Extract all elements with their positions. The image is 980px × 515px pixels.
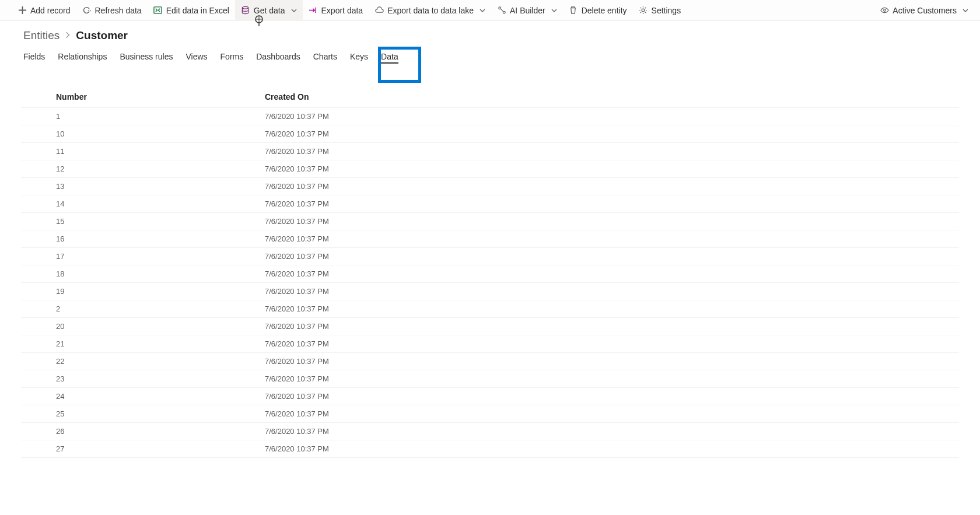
export-data-button[interactable]: Export data (303, 0, 369, 21)
cell-created-on: 7/6/2020 10:37 PM (260, 108, 959, 125)
table-row[interactable]: 237/6/2020 10:37 PM (21, 370, 959, 388)
edit-in-excel-button[interactable]: Edit data in Excel (148, 0, 235, 21)
cell-created-on: 7/6/2020 10:37 PM (260, 440, 959, 458)
column-header-created-on[interactable]: Created On (260, 86, 959, 108)
table-row[interactable]: 217/6/2020 10:37 PM (21, 335, 959, 353)
ai-builder-icon (497, 6, 506, 15)
table-row[interactable]: 187/6/2020 10:37 PM (21, 265, 959, 283)
table-row[interactable]: 257/6/2020 10:37 PM (21, 405, 959, 423)
cell-created-on: 7/6/2020 10:37 PM (260, 405, 959, 423)
table-row[interactable]: 177/6/2020 10:37 PM (21, 248, 959, 265)
eye-icon (880, 6, 889, 15)
get-data-label: Get data (254, 6, 285, 15)
cell-number: 1 (21, 108, 260, 125)
cell-number: 13 (21, 178, 260, 195)
table-row[interactable]: 137/6/2020 10:37 PM (21, 178, 959, 195)
svg-point-4 (642, 9, 645, 12)
table-row[interactable]: 277/6/2020 10:37 PM (21, 440, 959, 458)
cell-created-on: 7/6/2020 10:37 PM (260, 265, 959, 283)
ai-builder-button[interactable]: AI Builder (491, 0, 563, 21)
tab-fields[interactable]: Fields (23, 48, 45, 67)
cell-number: 27 (21, 440, 260, 458)
cell-created-on: 7/6/2020 10:37 PM (260, 213, 959, 230)
active-customers-label: Active Customers (892, 6, 957, 15)
cell-created-on: 7/6/2020 10:37 PM (260, 335, 959, 353)
cell-number: 12 (21, 160, 260, 178)
table-row[interactable]: 147/6/2020 10:37 PM (21, 195, 959, 213)
cell-created-on: 7/6/2020 10:37 PM (260, 230, 959, 248)
command-bar: Add record Refresh data Edit data in Exc… (0, 0, 980, 21)
cell-number: 10 (21, 125, 260, 143)
refresh-icon (82, 6, 91, 15)
settings-button[interactable]: Settings (633, 0, 687, 21)
excel-icon (153, 6, 163, 15)
svg-point-3 (503, 11, 505, 13)
cell-created-on: 7/6/2020 10:37 PM (260, 178, 959, 195)
cell-number: 22 (21, 353, 260, 370)
cell-number: 11 (21, 143, 260, 160)
breadcrumb-current: Customer (76, 29, 128, 42)
cell-number: 19 (21, 283, 260, 300)
table-row[interactable]: 167/6/2020 10:37 PM (21, 230, 959, 248)
table-row[interactable]: 107/6/2020 10:37 PM (21, 125, 959, 143)
trash-icon (569, 6, 578, 15)
refresh-data-label: Refresh data (94, 6, 141, 15)
add-record-label: Add record (30, 6, 70, 15)
cell-number: 20 (21, 318, 260, 335)
refresh-data-button[interactable]: Refresh data (76, 0, 147, 21)
delete-entity-button[interactable]: Delete entity (563, 0, 633, 21)
data-grid-scroll[interactable]: Number Created On 17/6/2020 10:37 PM107/… (21, 86, 959, 503)
table-row[interactable]: 17/6/2020 10:37 PM (21, 108, 959, 125)
table-row[interactable]: 247/6/2020 10:37 PM (21, 388, 959, 405)
tab-dashboards[interactable]: Dashboards (256, 48, 300, 67)
cell-created-on: 7/6/2020 10:37 PM (260, 125, 959, 143)
cell-number: 17 (21, 248, 260, 265)
cell-number: 25 (21, 405, 260, 423)
tab-keys[interactable]: Keys (350, 48, 368, 67)
export-icon (309, 6, 318, 15)
table-row[interactable]: 207/6/2020 10:37 PM (21, 318, 959, 335)
cell-number: 14 (21, 195, 260, 213)
tab-data[interactable]: Data (381, 48, 398, 67)
tab-business-rules[interactable]: Business rules (120, 48, 173, 67)
cell-number: 23 (21, 370, 260, 388)
chevron-down-icon (480, 8, 485, 13)
table-row[interactable]: 197/6/2020 10:37 PM (21, 283, 959, 300)
svg-point-2 (498, 7, 501, 9)
cell-created-on: 7/6/2020 10:37 PM (260, 423, 959, 440)
add-record-button[interactable]: Add record (12, 0, 76, 21)
cell-created-on: 7/6/2020 10:37 PM (260, 143, 959, 160)
delete-entity-label: Delete entity (582, 6, 627, 15)
chevron-down-icon (963, 8, 968, 13)
cell-created-on: 7/6/2020 10:37 PM (260, 318, 959, 335)
cell-created-on: 7/6/2020 10:37 PM (260, 248, 959, 265)
cell-created-on: 7/6/2020 10:37 PM (260, 195, 959, 213)
breadcrumb: Entities Customer (0, 21, 980, 44)
get-data-button[interactable]: Get data (235, 0, 303, 21)
cell-created-on: 7/6/2020 10:37 PM (260, 283, 959, 300)
entity-tabs: Fields Relationships Business rules View… (0, 44, 980, 68)
tab-charts[interactable]: Charts (313, 48, 337, 67)
table-row[interactable]: 117/6/2020 10:37 PM (21, 143, 959, 160)
cell-number: 15 (21, 213, 260, 230)
table-row[interactable]: 267/6/2020 10:37 PM (21, 423, 959, 440)
export-data-lake-button[interactable]: Export data to data lake (369, 0, 491, 21)
breadcrumb-root[interactable]: Entities (23, 29, 60, 42)
tab-relationships[interactable]: Relationships (58, 48, 107, 67)
cell-created-on: 7/6/2020 10:37 PM (260, 370, 959, 388)
tab-forms[interactable]: Forms (220, 48, 244, 67)
tab-views[interactable]: Views (186, 48, 207, 67)
table-row[interactable]: 227/6/2020 10:37 PM (21, 353, 959, 370)
svg-point-1 (243, 6, 249, 9)
chevron-down-icon (291, 8, 297, 13)
table-row[interactable]: 27/6/2020 10:37 PM (21, 300, 959, 318)
active-customers-view[interactable]: Active Customers (874, 0, 974, 21)
table-row[interactable]: 157/6/2020 10:37 PM (21, 213, 959, 230)
cell-created-on: 7/6/2020 10:37 PM (260, 160, 959, 178)
cell-number: 18 (21, 265, 260, 283)
column-header-number[interactable]: Number (21, 86, 260, 108)
cell-created-on: 7/6/2020 10:37 PM (260, 353, 959, 370)
table-row[interactable]: 127/6/2020 10:37 PM (21, 160, 959, 178)
cell-created-on: 7/6/2020 10:37 PM (260, 388, 959, 405)
cell-number: 24 (21, 388, 260, 405)
